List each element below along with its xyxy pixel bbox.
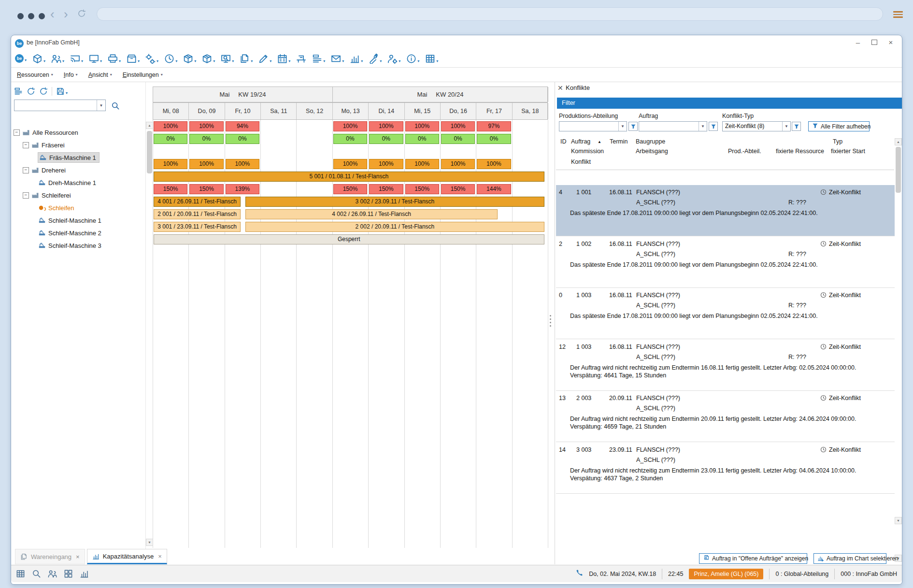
utilization-cell[interactable]: 150%	[154, 184, 187, 194]
conflict-row[interactable]: 132 00320.09.11FLANSCH (???)Zeit-Konflik…	[556, 391, 895, 442]
column-header-fixierte-ressource[interactable]: fixierte Ressource	[776, 148, 824, 155]
close-panel-icon[interactable]: ✕	[557, 85, 563, 91]
address-bar[interactable]	[97, 7, 883, 21]
info-icon[interactable]: ▾	[406, 54, 419, 64]
tree-item-alle-ressourcen[interactable]: −Alle Ressourcen	[11, 127, 78, 138]
print-list-icon[interactable]: ▾	[312, 54, 325, 64]
tree-item-dreh-maschine-1[interactable]: Dreh-Maschine 1	[11, 177, 96, 188]
clear-all-filters-button[interactable]: Alle Filter aufheben	[808, 121, 870, 131]
utilization-cell[interactable]: 0%	[226, 134, 259, 144]
chevron-down-icon[interactable]: ▼	[782, 122, 790, 131]
screen-cast-icon[interactable]: ▾	[70, 54, 83, 64]
column-header-prod-abteil-[interactable]: Prod.-Abteil.	[728, 148, 761, 155]
chevron-down-icon[interactable]: ▼	[618, 122, 627, 131]
conflict-row[interactable]: 21 00216.08.11FLANSCH (???)Zeit-Konflikt…	[556, 237, 895, 288]
tree-expander-icon[interactable]: −	[14, 129, 20, 136]
tree-item-schleiferei[interactable]: −Schleiferei	[11, 189, 71, 201]
resource-search-button[interactable]	[110, 100, 121, 111]
blocked-bar[interactable]: Gesperrt	[154, 234, 544, 244]
minimize-button[interactable]: –	[850, 36, 866, 48]
zoom-person-button[interactable]	[32, 569, 41, 578]
utilization-cell[interactable]: 150%	[189, 184, 223, 194]
resource-filter-combobox[interactable]: ▼	[14, 100, 106, 111]
utilization-cell[interactable]: 100%	[405, 159, 439, 169]
column-header-typ[interactable]: Typ	[833, 138, 842, 145]
close-window-button[interactable]: ×	[883, 36, 899, 48]
menu-ansicht[interactable]: Ansicht▾	[88, 72, 112, 78]
abteilung-combobox[interactable]: ▼	[559, 121, 627, 131]
utilization-cell[interactable]: 150%	[441, 184, 475, 194]
scroll-up-icon[interactable]: ▲	[895, 138, 902, 145]
tree-expander-icon[interactable]: −	[23, 167, 29, 173]
utilization-cell[interactable]: 100%	[189, 159, 223, 169]
scroll-down-icon[interactable]: ▼	[146, 539, 153, 546]
tree-item-schleifen[interactable]: Schleifen	[11, 202, 74, 214]
utilization-cell[interactable]: 0%	[189, 134, 223, 144]
scroll-down-icon[interactable]: ▼	[895, 517, 902, 524]
tree-item-dreherei[interactable]: −Dreherei	[11, 164, 66, 176]
utilization-cell[interactable]: 100%	[405, 121, 439, 131]
utilization-cell[interactable]: 100%	[369, 121, 403, 131]
monitor-search-icon[interactable]: ▾	[221, 54, 234, 64]
panel-layout-button[interactable]	[16, 569, 25, 578]
close-tab-icon[interactable]: ×	[76, 553, 80, 560]
chevron-down-icon[interactable]: ▼	[97, 100, 105, 111]
save-button[interactable]: ▾	[56, 87, 68, 96]
conflict-row[interactable]: 143 00323.09.11FLANSCH (???)Zeit-Konflik…	[556, 443, 895, 494]
tree-item-schleif-maschine-2[interactable]: Schleif-Maschine 2	[11, 227, 101, 239]
window-dot-3[interactable]	[39, 13, 45, 19]
material-icon[interactable]: ▾	[183, 54, 196, 64]
statistics-icon[interactable]: ▾	[350, 54, 363, 64]
order-bar[interactable]: 2 002 / 20.09.11 / Test-Flansch	[245, 222, 544, 232]
documents-icon[interactable]: ▾	[240, 54, 253, 64]
panel-splitter[interactable]	[548, 82, 555, 564]
auftrag-combobox[interactable]: ▼	[639, 121, 707, 131]
tab-kapazitätsanalyse[interactable]: Kapazitätsanalyse×	[87, 549, 167, 564]
edit-icon[interactable]: ▾	[258, 54, 271, 64]
utilization-cell[interactable]: 150%	[405, 184, 439, 194]
column-header-arbeitsgang[interactable]: Arbeitsgang	[636, 148, 668, 155]
menu-ressourcen[interactable]: Ressourcen▾	[17, 72, 53, 78]
order-bar[interactable]: 2 001 / 20.09.11 / Test-Flansch	[154, 209, 241, 219]
forward-icon[interactable]: ›	[64, 8, 68, 20]
utilization-cell[interactable]: 97%	[477, 121, 511, 131]
tree-item-schleif-maschine-1[interactable]: Schleif-Maschine 1	[11, 215, 101, 226]
menu-hamburger-icon[interactable]	[893, 11, 903, 19]
order-bar[interactable]: 4 002 / 26.09.11 / Test-Flansch	[245, 209, 498, 219]
utilization-cell[interactable]: 150%	[333, 184, 367, 194]
user-search-button[interactable]	[48, 569, 57, 578]
utilization-cell[interactable]: 100%	[369, 159, 403, 169]
mail-icon[interactable]: ▾	[331, 54, 344, 64]
conflict-row[interactable]: 121 00316.08.11FLANSCH (???)Zeit-Konflik…	[556, 340, 895, 391]
utilization-cell[interactable]: 100%	[154, 159, 187, 169]
printer-icon[interactable]: ▾	[108, 54, 121, 64]
utilization-cell[interactable]: 100%	[333, 121, 367, 131]
column-header-id[interactable]: ID	[560, 138, 567, 145]
utilization-cell[interactable]: 100%	[441, 121, 475, 131]
refresh-page-icon[interactable]	[77, 9, 86, 20]
chevron-down-icon[interactable]: ▼	[699, 122, 707, 131]
utilization-cell[interactable]: 150%	[369, 184, 403, 194]
menu-info[interactable]: Info▾	[64, 72, 78, 78]
utilization-cell[interactable]: 0%	[441, 134, 475, 144]
menu-einstellungen[interactable]: Einstellungen▾	[123, 72, 163, 78]
conflict-row[interactable]: 01 00316.08.11FLANSCH (???)Zeit-Konflikt…	[556, 288, 895, 339]
conflict-row[interactable]: 41 00116.08.11FLANSCH (???)Zeit-Konflikt…	[556, 185, 895, 236]
utilization-cell[interactable]: 139%	[226, 184, 259, 194]
column-header-baugruppe[interactable]: Baugruppe	[636, 138, 665, 145]
model-cube-icon[interactable]: ▾	[32, 54, 45, 64]
utilization-cell[interactable]: 94%	[226, 121, 259, 131]
chart-export-button[interactable]	[80, 569, 89, 578]
time-icon[interactable]: ▾	[164, 54, 177, 64]
tab-wareneingang[interactable]: Wareneingang×	[15, 549, 85, 564]
utilization-cell[interactable]: 100%	[441, 159, 475, 169]
window-dot-1[interactable]	[17, 13, 24, 19]
scroll-up-icon[interactable]: ▲	[146, 122, 153, 129]
column-header-fixierter-start[interactable]: fixierter Start	[831, 148, 865, 155]
process-gears-icon[interactable]: ▾	[145, 54, 158, 64]
order-bar[interactable]: 4 001 / 26.09.11 / Test-Flansch	[154, 197, 241, 207]
utilization-cell[interactable]: 0%	[477, 134, 511, 144]
column-header-termin[interactable]: Termin	[610, 138, 628, 145]
column-header-kommission[interactable]: Kommission	[571, 148, 604, 155]
order-bar[interactable]: 3 001 / 23.09.11 / Test-Flansch	[154, 222, 241, 232]
